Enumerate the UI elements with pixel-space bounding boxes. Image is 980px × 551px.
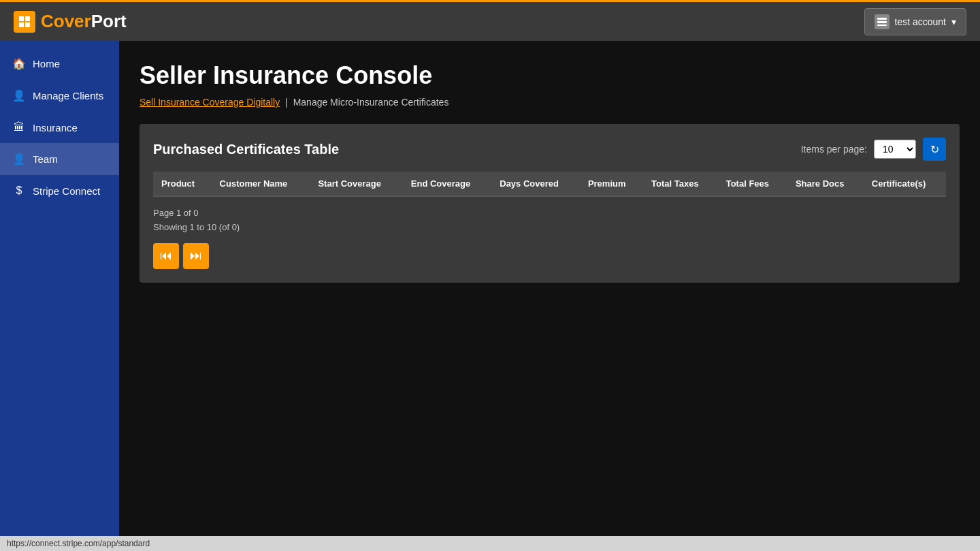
col-certificates: Certificate(s) bbox=[864, 172, 946, 196]
main-content: Seller Insurance Console Sell Insurance … bbox=[119, 41, 980, 536]
sidebar-item-home[interactable]: 🏠 Home bbox=[0, 48, 119, 80]
subtitle-link[interactable]: Sell Insurance Coverage Digitally bbox=[140, 97, 280, 108]
col-total-fees: Total Fees bbox=[718, 172, 787, 196]
col-product: Product bbox=[153, 172, 212, 196]
sidebar-item-insurance[interactable]: 🏛 Insurance bbox=[0, 112, 119, 143]
sidebar: 🏠 Home 👤 Manage Clients 🏛 Insurance 👤 Te… bbox=[0, 41, 119, 536]
logo-text: CoverPort bbox=[41, 11, 127, 32]
manage-clients-icon: 👤 bbox=[12, 89, 26, 102]
items-per-page-select[interactable]: 5 10 25 50 100 bbox=[874, 140, 916, 159]
svg-rect-0 bbox=[19, 16, 24, 21]
table-header-row: Purchased Certificates Table Items per p… bbox=[153, 138, 946, 161]
last-page-icon: ⏭ bbox=[190, 249, 202, 263]
svg-rect-4 bbox=[877, 18, 887, 20]
table-header-row-cols: Product Customer Name Start Coverage End… bbox=[153, 172, 946, 196]
page-title: Seller Insurance Console bbox=[140, 61, 960, 90]
sidebar-label-insurance: Insurance bbox=[33, 122, 78, 133]
col-customer-name: Customer Name bbox=[212, 172, 310, 196]
stripe-connect-icon: $ bbox=[12, 185, 26, 197]
table-container: Purchased Certificates Table Items per p… bbox=[140, 124, 960, 283]
refresh-icon: ↻ bbox=[930, 143, 939, 156]
subtitle-separator: | bbox=[285, 97, 288, 108]
account-label: test account bbox=[895, 16, 947, 27]
col-start-coverage: Start Coverage bbox=[310, 172, 402, 196]
svg-rect-6 bbox=[877, 25, 887, 26]
showing-info: Showing 1 to 10 (of 0) bbox=[153, 221, 946, 235]
team-icon: 👤 bbox=[12, 153, 26, 166]
col-total-taxes: Total Taxes bbox=[643, 172, 718, 196]
status-url: https://connect.stripe.com/app/standard bbox=[7, 539, 150, 548]
table-title: Purchased Certificates Table bbox=[153, 142, 339, 157]
svg-rect-3 bbox=[25, 22, 30, 27]
status-bar: https://connect.stripe.com/app/standard bbox=[0, 536, 980, 551]
sidebar-item-stripe-connect[interactable]: $ Stripe Connect bbox=[0, 175, 119, 206]
table-head: Product Customer Name Start Coverage End… bbox=[153, 172, 946, 196]
account-icon bbox=[875, 14, 889, 29]
sidebar-label-stripe-connect: Stripe Connect bbox=[33, 185, 100, 197]
account-button[interactable]: test account ▾ bbox=[864, 8, 967, 35]
col-end-coverage: End Coverage bbox=[403, 172, 491, 196]
sidebar-item-manage-clients[interactable]: 👤 Manage Clients bbox=[0, 80, 119, 112]
col-days-covered: Days Covered bbox=[491, 172, 580, 196]
dropdown-arrow-icon: ▾ bbox=[951, 16, 956, 27]
svg-rect-5 bbox=[877, 21, 887, 23]
insurance-icon: 🏛 bbox=[12, 121, 26, 133]
logo: CoverPort bbox=[14, 11, 127, 33]
data-table: Product Customer Name Start Coverage End… bbox=[153, 172, 946, 197]
col-share-docs: Share Docs bbox=[787, 172, 864, 196]
pagination-buttons: ⏮ ⏭ bbox=[153, 243, 946, 269]
subtitle-text: Manage Micro-Insurance Certificates bbox=[293, 97, 449, 108]
sidebar-label-manage-clients: Manage Clients bbox=[33, 90, 103, 101]
page-info: Page 1 of 0 bbox=[153, 206, 946, 221]
main-layout: 🏠 Home 👤 Manage Clients 🏛 Insurance 👤 Te… bbox=[0, 41, 980, 536]
svg-rect-2 bbox=[19, 22, 24, 27]
table-controls: Items per page: 5 10 25 50 100 ↻ bbox=[801, 138, 946, 161]
last-page-button[interactable]: ⏭ bbox=[183, 243, 209, 269]
first-page-button[interactable]: ⏮ bbox=[153, 243, 179, 269]
first-page-icon: ⏮ bbox=[160, 249, 172, 263]
sidebar-label-home: Home bbox=[33, 58, 60, 69]
refresh-button[interactable]: ↻ bbox=[923, 138, 946, 161]
logo-port: Port bbox=[91, 11, 127, 31]
logo-icon bbox=[14, 11, 35, 33]
top-nav: CoverPort test account ▾ bbox=[0, 0, 980, 41]
logo-cover: Cover bbox=[41, 11, 91, 31]
sidebar-label-team: Team bbox=[33, 153, 58, 165]
sidebar-item-team[interactable]: 👤 Team bbox=[0, 143, 119, 175]
home-icon: 🏠 bbox=[12, 57, 26, 70]
items-per-page-label: Items per page: bbox=[801, 144, 867, 155]
page-subtitle: Sell Insurance Coverage Digitally | Mana… bbox=[140, 97, 960, 108]
svg-rect-1 bbox=[25, 16, 30, 21]
pagination-info: Page 1 of 0 Showing 1 to 10 (of 0) bbox=[153, 206, 946, 235]
col-premium: Premium bbox=[580, 172, 643, 196]
